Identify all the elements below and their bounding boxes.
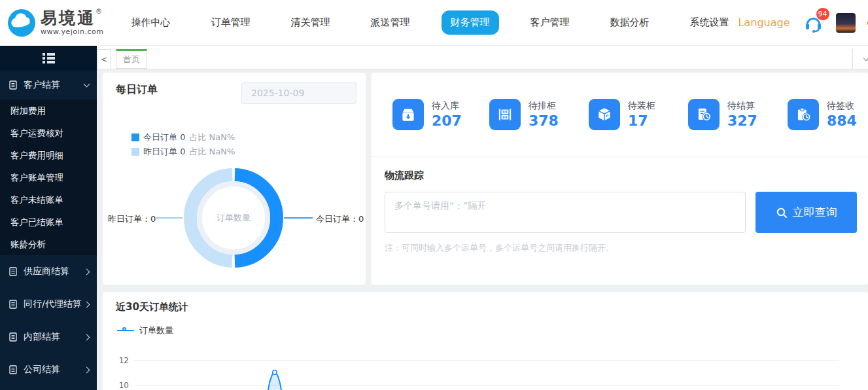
- daily-orders-title: 每日订单: [116, 83, 158, 97]
- tracking-note: 注：可同时输入多个运单号，多个运单号之间请用换行隔开。: [385, 242, 614, 254]
- sidebar-group-supplier-settlement[interactable]: 供应商结算: [0, 255, 97, 288]
- nav-item-operation-center[interactable]: 操作中心: [122, 10, 180, 35]
- sidebar-group-label: 公司结算: [24, 364, 60, 376]
- tab-home[interactable]: 首页: [116, 49, 147, 69]
- date-picker-input[interactable]: 2025-10-09: [241, 82, 356, 104]
- legend-swatch-yesterday: [131, 148, 139, 156]
- callout-today-orders: 今日订单：0: [316, 213, 364, 225]
- stat-pending-cabinet-queue[interactable]: 待排柜 378: [489, 99, 559, 130]
- clipboard-clock-icon: [788, 99, 819, 130]
- document-icon: [8, 266, 18, 277]
- header: 易境通 ® www.yejoin.com 操作中心 订单管理 清关管理 派送管理…: [0, 0, 868, 46]
- line-marker-icon: [117, 330, 134, 331]
- legend-today-orders[interactable]: 今日订单 0 占比 NaN%: [131, 132, 235, 143]
- chevron-down-icon: [863, 55, 868, 60]
- stat-pending-inbound[interactable]: 待入库 207: [392, 99, 462, 130]
- brand-website: www.yejoin.com: [41, 28, 104, 35]
- sidebar-item-aging-analysis[interactable]: 账龄分析: [0, 233, 97, 255]
- tab-list-dropdown-button[interactable]: [852, 49, 868, 69]
- legend-swatch-today: [131, 133, 139, 141]
- sidebar-group-label: 供应商结算: [24, 266, 69, 277]
- orders-30d-line-chart: [103, 351, 868, 390]
- customer-service-button[interactable]: 94: [802, 12, 824, 34]
- list-toggle-icon: [43, 52, 55, 65]
- tab-bar: < 首页: [97, 46, 868, 69]
- chevron-right-icon: [84, 366, 90, 373]
- orders-30d-title: 近30天订单统计: [116, 301, 188, 313]
- daily-orders-donut-chart: [171, 156, 296, 280]
- sidebar-group-company-settlement[interactable]: 公司结算: [0, 353, 97, 386]
- sidebar-item-settled-bills[interactable]: 客户已结账单: [0, 211, 97, 233]
- sidebar-item-unsettled-bills[interactable]: 客户未结账单: [0, 188, 97, 211]
- stat-pending-signoff[interactable]: 待签收 884: [788, 99, 857, 130]
- header-right: Language 94 cgp: [738, 12, 868, 34]
- nav-item-data-analysis[interactable]: 数据分析: [601, 10, 659, 35]
- sidebar-item-surcharge[interactable]: 附加费用: [0, 99, 97, 122]
- user-avatar[interactable]: [836, 13, 856, 33]
- chevron-right-icon: [84, 301, 90, 308]
- tracking-numbers-input[interactable]: [385, 192, 746, 233]
- sidebar: 客户结算 附加费用 客户运费核对 客户费用明细 客户账单管理 客户未结账单 客户…: [0, 46, 97, 390]
- sidebar-group-label: 同行/代理结算: [24, 298, 82, 310]
- sidebar-item-freight-check[interactable]: 客户运费核对: [0, 122, 97, 144]
- section-divider: [372, 156, 868, 157]
- notification-badge: 94: [816, 8, 829, 20]
- nav-item-finance-management[interactable]: 财务管理: [442, 10, 499, 35]
- brand-logo[interactable]: 易境通 ® www.yejoin.com: [0, 8, 104, 38]
- nav-item-system-settings[interactable]: 系统设置: [681, 10, 738, 35]
- main-content: 每日订单 2025-10-09 今日订单 0 占比 NaN% 昨日订单 0 占比…: [97, 69, 868, 390]
- query-now-button[interactable]: 立即查询: [755, 192, 857, 233]
- language-switcher[interactable]: Language: [738, 16, 790, 29]
- search-icon: [776, 207, 788, 219]
- app-window: 易境通 ® www.yejoin.com 操作中心 订单管理 清关管理 派送管理…: [0, 0, 868, 390]
- top-navigation: 操作中心 订单管理 清关管理 派送管理 财务管理 客户管理 数据分析 系统设置: [122, 10, 738, 35]
- orders-30d-legend[interactable]: 订单数量: [117, 325, 173, 336]
- callout-line-right: [284, 217, 313, 219]
- chevron-down-icon: [84, 81, 90, 88]
- callout-yesterday-orders: 昨日订单：0: [108, 213, 156, 225]
- cloud-logo-icon: [7, 8, 37, 38]
- document-icon: [8, 299, 18, 310]
- chevron-right-icon: [84, 268, 90, 275]
- sidebar-item-bill-management[interactable]: 客户账单管理: [0, 166, 97, 188]
- orders-30d-card: 近30天订单统计 订单数量 12 10: [103, 292, 868, 390]
- tab-scroll-left-button[interactable]: <: [97, 49, 111, 69]
- inbound-box-icon: [392, 99, 424, 130]
- invoice-clock-icon: [688, 99, 720, 130]
- document-icon: [8, 364, 18, 375]
- sidebar-group-label: 客户结算: [24, 79, 60, 91]
- sidebar-collapse-button[interactable]: [0, 46, 97, 71]
- nav-item-delivery-management[interactable]: 派送管理: [362, 10, 419, 35]
- document-icon: [8, 80, 18, 90]
- nav-item-customer-management[interactable]: 客户管理: [521, 10, 579, 35]
- registered-mark: ®: [95, 9, 102, 15]
- stat-pending-settlement[interactable]: 待结算 327: [688, 99, 757, 130]
- sidebar-item-fee-detail[interactable]: 客户费用明细: [0, 144, 97, 166]
- stat-pending-loading[interactable]: 待装柜 17: [589, 99, 655, 130]
- customer-settlement-submenu: 附加费用 客户运费核对 客户费用明细 客户账单管理 客户未结账单 客户已结账单 …: [0, 99, 97, 255]
- sidebar-group-customer-settlement[interactable]: 客户结算: [0, 71, 97, 99]
- sidebar-group-label: 内部结算: [24, 331, 60, 343]
- daily-orders-card: 每日订单 2025-10-09 今日订单 0 占比 NaN% 昨日订单 0 占比…: [103, 73, 366, 285]
- brand-name: 易境通: [41, 10, 95, 26]
- document-icon: [8, 332, 18, 342]
- logistics-tracking-title: 物流跟踪: [385, 169, 424, 182]
- sidebar-group-internal-settlement[interactable]: 内部结算: [0, 321, 97, 353]
- nav-item-order-management[interactable]: 订单管理: [202, 10, 260, 35]
- package-icon: [589, 99, 620, 130]
- stats-tracking-card: 待入库 207 待排柜 378: [372, 73, 868, 285]
- chevron-right-icon: [84, 334, 90, 340]
- callout-line-left: [155, 217, 182, 219]
- sidebar-group-peer-agent-settlement[interactable]: 同行/代理结算: [0, 288, 97, 321]
- container-icon: [489, 99, 521, 130]
- nav-item-customs-management[interactable]: 清关管理: [282, 10, 339, 35]
